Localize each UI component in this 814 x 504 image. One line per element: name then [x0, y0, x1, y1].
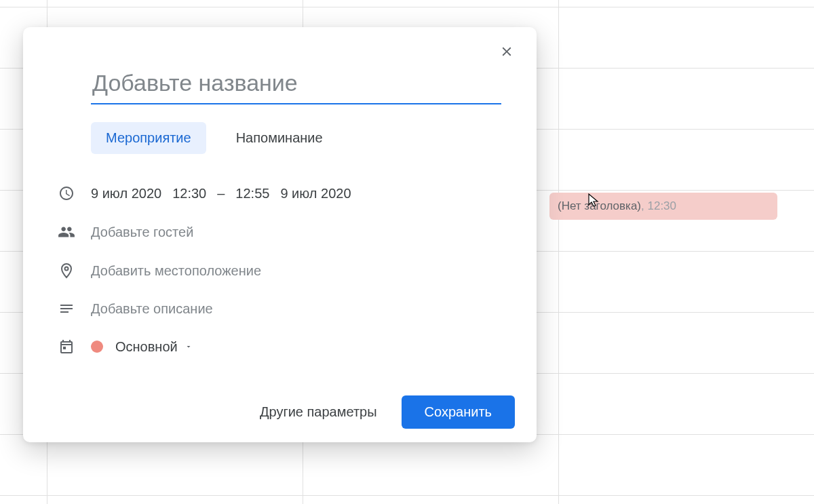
tab-reminder[interactable]: Напоминание	[221, 122, 338, 154]
event-create-modal: Мероприятие Напоминание 9 июл 2020 12:30…	[23, 27, 537, 442]
location-placeholder: Добавить местоположение	[91, 263, 261, 279]
guests-row[interactable]: Добавьте гостей	[50, 223, 515, 241]
end-date[interactable]: 9 июл 2020	[280, 186, 351, 201]
end-time[interactable]: 12:55	[235, 186, 269, 201]
more-options-button[interactable]: Другие параметры	[250, 398, 387, 427]
location-icon	[50, 263, 83, 279]
calendar-event-block[interactable]: (Нет заголовка), 12:30	[549, 193, 777, 220]
calendar-icon	[50, 338, 83, 355]
close-icon	[499, 44, 514, 59]
guests-placeholder: Добавьте гостей	[91, 225, 193, 240]
time-separator: –	[217, 186, 225, 201]
title-input[interactable]	[91, 69, 501, 104]
event-title: (Нет заголовка)	[558, 199, 641, 213]
description-row[interactable]: Добавьте описание	[50, 301, 515, 317]
notes-icon	[50, 301, 83, 317]
calendar-color-dot	[91, 341, 103, 353]
description-placeholder: Добавьте описание	[91, 301, 213, 317]
svg-rect-0	[63, 347, 66, 349]
start-time[interactable]: 12:30	[172, 186, 206, 201]
save-button[interactable]: Сохранить	[402, 395, 515, 429]
event-time: 12:30	[647, 199, 676, 213]
clock-icon	[50, 185, 83, 201]
location-row[interactable]: Добавить местоположение	[50, 263, 515, 279]
tab-event[interactable]: Мероприятие	[91, 122, 206, 154]
calendar-row[interactable]: Основной	[50, 338, 515, 355]
close-button[interactable]	[497, 42, 516, 61]
chevron-down-icon	[185, 343, 193, 351]
calendar-name: Основной	[115, 339, 178, 355]
time-row: 9 июл 2020 12:30 – 12:55 9 июл 2020	[50, 185, 515, 201]
people-icon	[50, 223, 83, 241]
start-date[interactable]: 9 июл 2020	[91, 186, 161, 201]
